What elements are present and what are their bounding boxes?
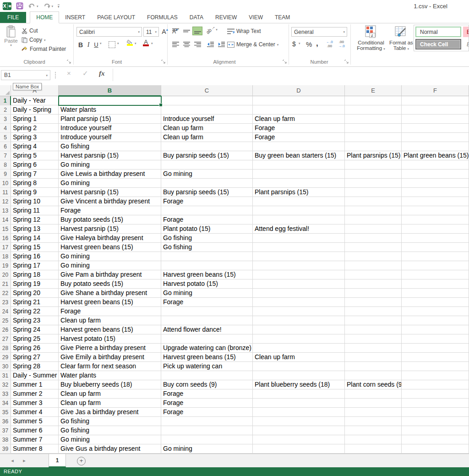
align-right-button[interactable] — [192, 40, 202, 49]
cell-D28[interactable] — [253, 344, 345, 353]
row-header-7[interactable]: 7 — [0, 151, 11, 160]
cell-F2[interactable] — [402, 105, 469, 115]
cell-A22[interactable]: Spring 20 — [11, 289, 59, 298]
cell-E2[interactable] — [345, 105, 402, 115]
fill-color-dropdown[interactable]: ▾ — [135, 42, 136, 45]
row-header-23[interactable]: 23 — [0, 298, 11, 307]
format-as-table-button[interactable]: Format as Table ▾ — [388, 25, 414, 51]
cell-D22[interactable] — [253, 289, 345, 298]
cell-D3[interactable]: Clean up farm — [253, 115, 345, 124]
cell-C6[interactable] — [161, 142, 253, 151]
cell-C26[interactable]: Attend flower dance! — [161, 325, 253, 334]
row-header-15[interactable]: 15 — [0, 224, 11, 234]
cell-B32[interactable]: Buy blueberry seeds (18) — [59, 380, 161, 389]
align-middle-button[interactable] — [181, 27, 191, 35]
cell-D2[interactable] — [253, 105, 345, 115]
align-center-button[interactable] — [181, 40, 191, 49]
cell-F26[interactable] — [402, 325, 469, 334]
style-bad[interactable]: Bad — [463, 27, 469, 37]
cell-D30[interactable] — [253, 362, 345, 371]
cell-B24[interactable]: Forage — [59, 307, 161, 316]
cell-A14[interactable]: Spring 12 — [11, 215, 59, 224]
cell-B16[interactable]: Give Haleya birthday present — [59, 234, 161, 243]
cell-C31[interactable] — [161, 371, 253, 380]
cell-B15[interactable]: Harvest parsnip (15) — [59, 224, 161, 234]
cell-B37[interactable]: Go fishing — [59, 426, 161, 435]
cell-D10[interactable] — [253, 179, 345, 188]
number-dialog-launcher[interactable] — [344, 60, 349, 64]
cell-F13[interactable] — [402, 206, 469, 215]
tab-insert[interactable]: INSERT — [59, 12, 91, 23]
cell-C4[interactable]: Clean up farm — [161, 124, 253, 133]
cell-A7[interactable]: Spring 5 — [11, 151, 59, 160]
insert-function-button[interactable]: fx — [99, 69, 105, 77]
cell-E28[interactable] — [345, 344, 402, 353]
cell-C21[interactable]: Harvest potato (15) — [161, 279, 253, 289]
cell-D19[interactable] — [253, 261, 345, 270]
cell-C36[interactable] — [161, 417, 253, 426]
font-name-combo[interactable]: Calibri ▾ — [76, 27, 142, 37]
decrease-decimal-button[interactable]: .00 →.0 — [338, 40, 345, 48]
cell-A5[interactable]: Spring 3 — [11, 133, 59, 142]
cell-E31[interactable] — [345, 371, 402, 380]
cell-F22[interactable] — [402, 289, 469, 298]
cell-C15[interactable]: Plant potato (15) — [161, 224, 253, 234]
cell-D27[interactable] — [253, 334, 345, 344]
cell-F9[interactable] — [402, 170, 469, 179]
cell-E14[interactable] — [345, 215, 402, 224]
select-all-corner[interactable] — [0, 85, 11, 96]
cell-C35[interactable]: Forage — [161, 408, 253, 417]
underline-button[interactable]: U — [93, 40, 100, 49]
cell-D36[interactable] — [253, 417, 345, 426]
tab-team[interactable]: TEAM — [269, 12, 296, 23]
cell-D38[interactable] — [253, 435, 345, 444]
cell-A16[interactable]: Spring 14 — [11, 234, 59, 243]
row-header-28[interactable]: 28 — [0, 344, 11, 353]
customize-qat-button[interactable]: ▾ — [58, 5, 60, 8]
column-header-D[interactable]: D — [253, 85, 345, 96]
row-header-17[interactable]: 17 — [0, 243, 11, 252]
cell-D21[interactable] — [253, 279, 345, 289]
cell-C39[interactable]: Go mining — [161, 444, 253, 454]
cell-D17[interactable] — [253, 243, 345, 252]
cell-E11[interactable] — [345, 188, 402, 197]
cell-A38[interactable]: Summer 7 — [11, 435, 59, 444]
borders-button[interactable] — [109, 41, 115, 48]
cell-A15[interactable]: Spring 13 — [11, 224, 59, 234]
cell-A2[interactable]: Daily - Spring — [11, 105, 59, 115]
cell-E12[interactable] — [345, 197, 402, 206]
cell-B5[interactable]: Introduce yourself — [59, 133, 161, 142]
cell-A1[interactable]: Daily - Year — [11, 96, 59, 105]
cell-B7[interactable]: Harvest parsnip (15) — [59, 151, 161, 160]
row-header-1[interactable]: 1 — [0, 96, 11, 105]
cell-B18[interactable]: Go mining — [59, 252, 161, 261]
row-header-33[interactable]: 33 — [0, 389, 11, 399]
number-format-combo[interactable]: General ▾ — [291, 27, 347, 37]
cell-E18[interactable] — [345, 252, 402, 261]
cell-A31[interactable]: Daily - Summer — [11, 371, 59, 380]
row-header-36[interactable]: 36 — [0, 417, 11, 426]
cell-B1[interactable] — [59, 96, 161, 105]
cell-D35[interactable] — [253, 408, 345, 417]
cell-B4[interactable]: Introduce yourself — [59, 124, 161, 133]
name-box[interactable]: B1 ▾ — [1, 70, 50, 80]
row-header-3[interactable]: 3 — [0, 115, 11, 124]
cell-E33[interactable] — [345, 389, 402, 399]
cell-D20[interactable] — [253, 270, 345, 279]
cell-D32[interactable]: Plant blueberry seeds (18) — [253, 380, 345, 389]
cell-E36[interactable] — [345, 417, 402, 426]
paste-dropdown-icon[interactable]: ▾ — [10, 44, 12, 47]
cell-F21[interactable] — [402, 279, 469, 289]
cell-F18[interactable] — [402, 252, 469, 261]
cell-E21[interactable] — [345, 279, 402, 289]
cell-A33[interactable]: Summer 2 — [11, 389, 59, 399]
cell-E30[interactable] — [345, 362, 402, 371]
save-button[interactable] — [16, 2, 23, 10]
cell-D24[interactable] — [253, 307, 345, 316]
wrap-text-button[interactable]: Wrap Text — [227, 27, 261, 35]
row-header-32[interactable]: 32 — [0, 380, 11, 389]
cell-C3[interactable]: Introduce yourself — [161, 115, 253, 124]
cell-A8[interactable]: Spring 6 — [11, 160, 59, 170]
font-color-button[interactable]: A — [143, 39, 149, 46]
cell-F37[interactable] — [402, 426, 469, 435]
